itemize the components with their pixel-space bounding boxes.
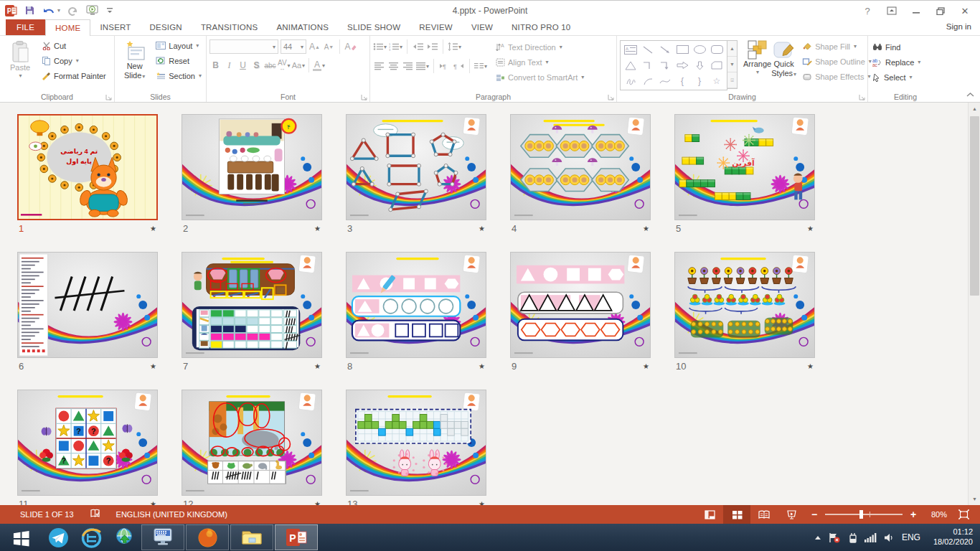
- vertical-scrollbar[interactable]: ▲ ▼: [968, 103, 980, 505]
- idm-icon[interactable]: [108, 524, 141, 551]
- rtl-text-button[interactable]: ¶: [453, 60, 465, 73]
- select-button[interactable]: Select▾: [871, 70, 922, 85]
- font-dialog-launcher[interactable]: [361, 94, 367, 100]
- convert-smartart-button[interactable]: Convert to SmartArt▾: [494, 70, 585, 85]
- zoom-slider[interactable]: [825, 514, 903, 515]
- slide-thumbnail-3[interactable]: 3★: [346, 114, 486, 235]
- slideshow-view-button[interactable]: [778, 505, 805, 524]
- shape-curve-icon[interactable]: [656, 73, 674, 89]
- clipboard-dialog-launcher[interactable]: [105, 94, 112, 100]
- input-language-indicator[interactable]: ENG: [902, 532, 920, 542]
- shape-arrow-icon[interactable]: [656, 42, 674, 57]
- save-button[interactable]: [24, 5, 35, 16]
- spellcheck-icon[interactable]: [90, 509, 100, 520]
- shape-down-arrow-icon[interactable]: [691, 57, 708, 73]
- scroll-up-icon[interactable]: ▲: [969, 103, 980, 115]
- font-size-combo[interactable]: 44▾: [281, 39, 306, 54]
- scrollbar-thumb[interactable]: [970, 116, 979, 296]
- shape-line-icon[interactable]: [639, 42, 656, 57]
- tab-nitro[interactable]: NITRO PRO 10: [502, 19, 580, 35]
- network-signal-icon[interactable]: [864, 533, 877, 542]
- quick-styles-button[interactable]: Quick Styles▾: [771, 38, 796, 77]
- shape-right-brace-icon[interactable]: }: [691, 73, 708, 89]
- shape-outline-button[interactable]: Shape Outline▾: [801, 54, 873, 69]
- drawing-dialog-launcher[interactable]: [859, 94, 865, 100]
- close-button[interactable]: ✕: [953, 2, 977, 19]
- tab-design[interactable]: DESIGN: [141, 19, 192, 35]
- copy-button[interactable]: Copy▾: [40, 53, 108, 68]
- shape-rounded-rectangle-icon[interactable]: [708, 42, 725, 57]
- new-slide-button[interactable]: New Slide▾: [118, 38, 151, 80]
- columns-button[interactable]: ▾: [474, 60, 487, 73]
- font-name-combo[interactable]: ▾: [209, 39, 278, 54]
- decrease-font-size-button[interactable]: A▼: [323, 40, 335, 54]
- ltr-text-button[interactable]: ¶: [438, 60, 451, 73]
- slide-thumbnail-2[interactable]: ۴ 2★: [182, 114, 322, 235]
- tab-file[interactable]: FILE: [6, 19, 45, 35]
- shape-right-arrow-icon[interactable]: [674, 57, 691, 73]
- clear-formatting-button[interactable]: A: [344, 40, 357, 54]
- align-left-button[interactable]: [373, 60, 385, 73]
- on-screen-keyboard-button[interactable]: [141, 524, 184, 550]
- action-center-icon[interactable]: [829, 532, 840, 543]
- gallery-more-icon[interactable]: ⍗: [727, 72, 737, 88]
- section-button[interactable]: Section▾: [154, 68, 203, 83]
- find-button[interactable]: Find: [871, 39, 922, 55]
- file-explorer-button[interactable]: [230, 524, 273, 550]
- arrange-button[interactable]: Arrange▾: [743, 38, 771, 75]
- zoom-out-button[interactable]: −: [809, 509, 819, 520]
- language-indicator[interactable]: ENGLISH (UNITED KINGDOM): [116, 510, 227, 519]
- shape-left-brace-icon[interactable]: {: [674, 73, 691, 89]
- tab-view[interactable]: VIEW: [462, 19, 502, 35]
- shape-scribble-icon[interactable]: [622, 73, 639, 89]
- underline-button[interactable]: U: [237, 59, 249, 72]
- shape-textbox-icon[interactable]: A: [622, 42, 639, 57]
- taskbar-clock[interactable]: 01:12 18/02/2020: [928, 527, 973, 547]
- shape-snip-corner-icon[interactable]: [708, 57, 725, 73]
- justify-button[interactable]: ▾: [416, 60, 429, 73]
- text-direction-button[interactable]: A Text Direction▾: [494, 39, 585, 55]
- collapse-ribbon-icon[interactable]: [966, 91, 974, 99]
- character-spacing-button[interactable]: AV↔▾: [278, 59, 291, 72]
- text-shadow-button[interactable]: S: [250, 59, 263, 72]
- replace-button[interactable]: abac Replace▾: [871, 55, 922, 70]
- slide-thumbnail-12[interactable]: 12★: [182, 390, 322, 505]
- volume-icon[interactable]: [884, 533, 895, 542]
- shape-star-icon[interactable]: ☆: [708, 73, 725, 89]
- bold-button[interactable]: B: [209, 59, 222, 72]
- internet-explorer-icon[interactable]: [75, 524, 108, 551]
- font-color-button[interactable]: A▾: [313, 59, 325, 72]
- telegram-icon[interactable]: [42, 524, 75, 551]
- restore-button[interactable]: [928, 2, 953, 19]
- format-painter-button[interactable]: Format Painter: [40, 68, 108, 83]
- start-from-beginning-button[interactable]: [86, 5, 99, 16]
- align-center-button[interactable]: [387, 60, 400, 73]
- normal-view-button[interactable]: [696, 505, 723, 524]
- cut-button[interactable]: Cut: [40, 38, 108, 53]
- minimize-button[interactable]: [904, 2, 928, 19]
- slide-thumbnail-9[interactable]: 9★: [510, 252, 651, 372]
- shape-oval-icon[interactable]: [691, 42, 708, 57]
- tab-home[interactable]: HOME: [45, 19, 90, 36]
- help-button[interactable]: ?: [855, 2, 880, 19]
- slide-sorter-view-button[interactable]: [723, 505, 750, 524]
- redo-button[interactable]: [67, 6, 79, 16]
- slide-counter[interactable]: SLIDE 1 OF 13: [20, 510, 74, 519]
- align-text-button[interactable]: Align Text▾: [494, 55, 585, 70]
- slide-thumbnail-4[interactable]: 4★: [510, 114, 651, 235]
- show-hidden-icons-button[interactable]: [814, 535, 821, 540]
- shape-arc-icon[interactable]: [639, 73, 656, 89]
- power-battery-icon[interactable]: [847, 532, 857, 543]
- align-right-button[interactable]: [402, 60, 414, 73]
- tab-slideshow[interactable]: SLIDE SHOW: [338, 19, 410, 35]
- numbering-button[interactable]: 123▾: [389, 40, 402, 54]
- slide-thumbnail-7[interactable]: 7★: [182, 252, 322, 372]
- reset-button[interactable]: Reset: [154, 53, 203, 68]
- zoom-in-button[interactable]: +: [908, 509, 918, 520]
- shape-rectangle-icon[interactable]: [674, 42, 691, 57]
- decrease-indent-button[interactable]: [412, 40, 424, 54]
- undo-dropdown[interactable]: ▾: [57, 7, 60, 14]
- zoom-slider-handle[interactable]: [859, 510, 863, 519]
- tab-review[interactable]: REVIEW: [410, 19, 462, 35]
- layout-button[interactable]: Layout▾: [154, 38, 203, 53]
